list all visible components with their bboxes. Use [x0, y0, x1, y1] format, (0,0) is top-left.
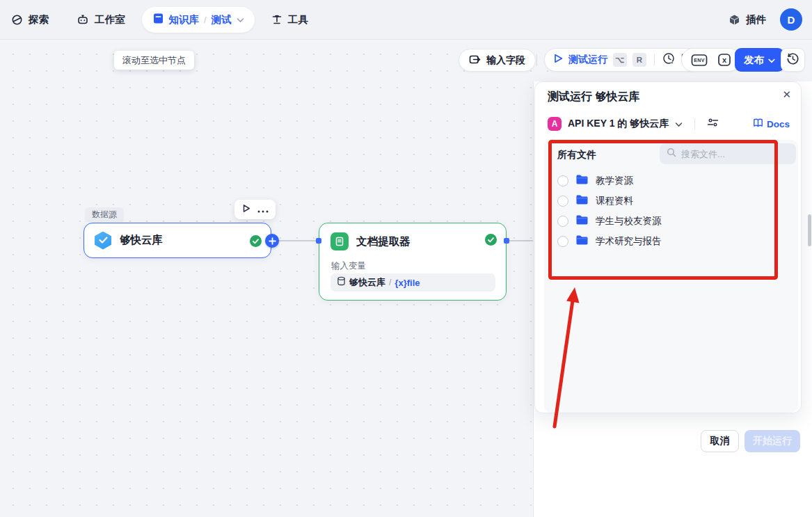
app-window: 探索 工作室 知识库 / 测试 工具 插件 D 滚动至选中节点 [0, 0, 812, 517]
publish-label: 发布 [744, 54, 764, 67]
folder-label: 教学资源 [596, 175, 633, 187]
file-row-course[interactable]: 课程资料 [544, 191, 793, 211]
scrollbar-thumb[interactable] [808, 214, 811, 246]
shortcut-option-key: ⌥ [613, 53, 627, 67]
database-icon [337, 276, 346, 289]
search-input[interactable] [681, 149, 789, 159]
top-navigation-bar: 探索 工作室 知识库 / 测试 工具 插件 D [0, 0, 812, 40]
edge-extractor-out [507, 240, 533, 241]
history-clock-icon [786, 52, 799, 68]
toolbar-divider [536, 54, 537, 66]
nav-knowledge-base[interactable]: 知识库 [169, 13, 200, 26]
docs-link[interactable]: Docs [753, 118, 790, 129]
settings-sliders-icon[interactable] [707, 118, 719, 130]
shortcut-r-key: R [632, 53, 646, 67]
folder-icon [575, 194, 589, 208]
docs-book-icon [753, 118, 763, 129]
node-document-extractor[interactable]: 文档提取器 输入变量 够快云库 / {x}file [319, 223, 507, 301]
nav-tools[interactable]: 工具 [271, 13, 308, 26]
explore-icon [11, 14, 23, 26]
plugin-box-icon [729, 14, 740, 26]
input-fields-button[interactable]: 输入字段 [459, 49, 536, 72]
variable-source-name: 够快云库 [349, 276, 385, 289]
node-hover-toolbar [234, 200, 276, 219]
env-icon-label: ENV [694, 58, 704, 63]
test-run-panel: 测试运行 够快云库 ✕ A API KEY 1 的 够快云库 Docs 所有文件… [534, 81, 802, 413]
node-source-title: 够快云库 [120, 233, 163, 248]
api-key-selector[interactable]: API KEY 1 的 够快云库 [568, 118, 669, 130]
robot-icon [77, 13, 89, 26]
env-icon[interactable]: ENV [691, 54, 708, 67]
scroll-to-node-tooltip: 滚动至选中节点 [114, 51, 194, 70]
folder-icon [575, 214, 589, 228]
publish-button[interactable]: 发布 [735, 48, 784, 72]
file-row-research[interactable]: 学术研究与报告 [544, 231, 793, 251]
folder-icon [575, 174, 589, 188]
nav-plugins-label: 插件 [746, 13, 766, 26]
publish-chevron-icon [768, 54, 775, 65]
input-fields-icon [469, 54, 481, 67]
radio-button[interactable] [557, 216, 568, 227]
nav-tools-label: 工具 [288, 13, 308, 26]
radio-button[interactable] [557, 236, 568, 247]
datasource-tag: 数据源 [85, 207, 124, 222]
topbar-right: 插件 D [729, 8, 802, 31]
close-icon[interactable]: ✕ [782, 88, 791, 101]
input-fields-label: 输入字段 [486, 54, 525, 67]
variables-icon-label: x [722, 56, 726, 64]
all-files-header: 所有文件 [557, 149, 596, 161]
radio-button[interactable] [557, 175, 568, 186]
node-source-kuaiyun[interactable]: 够快云库 [83, 223, 271, 258]
extractor-input-port[interactable] [316, 238, 321, 244]
node-extractor-success-badge [485, 234, 497, 246]
folder-icon [575, 234, 589, 248]
nav-plugins[interactable]: 插件 [729, 13, 766, 26]
cloud-library-icon [94, 232, 112, 250]
input-variable-value[interactable]: 够快云库 / {x}file [331, 273, 495, 292]
file-row-teaching[interactable]: 教学资源 [544, 170, 793, 191]
knowledge-base-breadcrumb-pill: 知识库 / 测试 [142, 7, 255, 33]
docs-label: Docs [767, 119, 790, 129]
add-node-button[interactable] [265, 234, 279, 248]
radio-button[interactable] [557, 196, 568, 207]
start-run-button[interactable]: 开始运行 [745, 430, 800, 452]
variables-icon[interactable]: x [717, 53, 731, 67]
extractor-header: 文档提取器 [319, 223, 506, 250]
panel-title: 测试运行 够快云库 [548, 90, 639, 104]
variable-file-token: {x}file [395, 278, 420, 288]
user-avatar[interactable]: D [780, 8, 802, 31]
run-history-icon[interactable] [662, 52, 676, 68]
file-search-box [660, 143, 796, 164]
breadcrumb-separator: / [204, 15, 207, 25]
breadcrumb-current-kb[interactable]: 测试 [212, 13, 232, 26]
node-source-success-badge [250, 235, 262, 247]
document-extractor-icon [331, 232, 349, 250]
file-browser: 所有文件 教学资源 课程资料 学生与校友资源 [544, 140, 798, 413]
variable-separator: / [389, 278, 391, 287]
node-extractor-title: 文档提取器 [356, 234, 411, 249]
file-row-students[interactable]: 学生与校友资源 [544, 211, 793, 231]
extractor-output-port[interactable] [504, 238, 509, 244]
input-variable-label: 输入变量 [331, 260, 366, 272]
cancel-button[interactable]: 取消 [701, 430, 739, 452]
nav-studio[interactable]: 工作室 [77, 13, 125, 26]
api-key-row: A API KEY 1 的 够快云库 Docs [548, 114, 790, 134]
group-divider [654, 54, 655, 65]
stamp-icon [271, 14, 282, 26]
book-icon [152, 13, 164, 27]
more-options-icon[interactable] [257, 203, 269, 216]
chevron-down-icon[interactable] [237, 13, 244, 26]
folder-label: 学生与校友资源 [596, 215, 662, 228]
nav-studio-label: 工作室 [95, 13, 125, 26]
run-node-icon[interactable] [242, 203, 250, 216]
play-icon[interactable] [554, 54, 563, 66]
version-history-button[interactable] [781, 48, 805, 72]
env-variables-group: ENV x [681, 48, 741, 72]
test-run-button[interactable]: 测试运行 [568, 54, 607, 66]
api-row-divider [694, 118, 695, 129]
search-icon [667, 148, 676, 160]
chevron-down-icon[interactable] [675, 118, 683, 130]
nav-explore[interactable]: 探索 [11, 13, 49, 26]
api-key-badge: A [548, 117, 562, 131]
folder-label: 学术研究与报告 [596, 235, 662, 248]
